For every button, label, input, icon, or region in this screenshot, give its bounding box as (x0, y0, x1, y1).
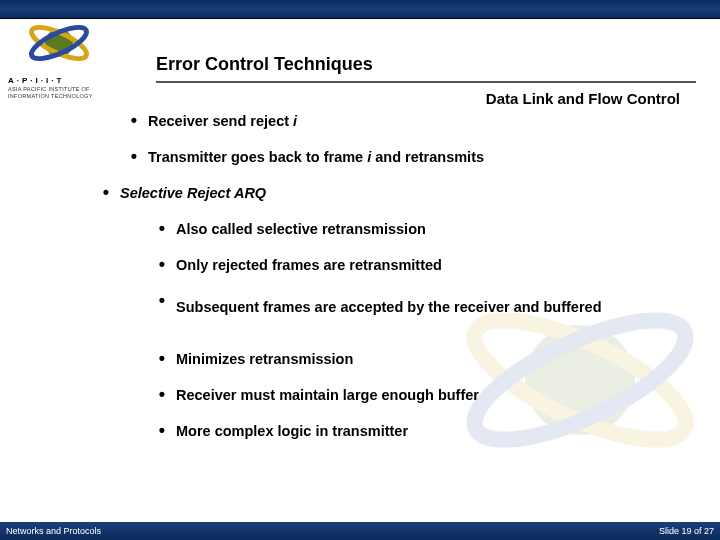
top-bar (0, 0, 720, 19)
bullet-icon: • (120, 146, 148, 166)
bullet-item: • Minimizes retransmission (148, 348, 700, 370)
footer-right: Slide 19 of 27 (659, 522, 714, 540)
footer-left: Networks and Protocols (6, 522, 101, 540)
bullet-icon: • (148, 348, 176, 368)
orbit-icon (24, 8, 94, 78)
logo-tagline-2: INFORMATION TECHNOLOGY (8, 93, 128, 100)
bullet-item: • Only rejected frames are retransmitted (148, 254, 700, 276)
bullet-item: • More complex logic in transmitter (148, 420, 700, 442)
bullet-icon: • (148, 420, 176, 440)
bullet-item: • Selective Reject ARQ (92, 182, 700, 204)
bullet-icon: • (120, 110, 148, 130)
logo-tagline-1: ASIA PACIFIC INSTITUTE OF (8, 86, 128, 93)
bullet-text: Only rejected frames are retransmitted (176, 254, 700, 276)
bullet-text: Receiver must maintain large enough buff… (176, 384, 700, 406)
bullet-text: More complex logic in transmitter (176, 420, 700, 442)
bullet-icon: • (92, 182, 120, 202)
institute-logo: A·P·I·I·T ASIA PACIFIC INSTITUTE OF INFO… (6, 6, 102, 114)
bullet-icon: • (148, 384, 176, 404)
bullet-item: • Transmitter goes back to frame i and r… (120, 146, 700, 168)
bullet-icon: • (148, 254, 176, 274)
bullet-text: Receiver send reject i (148, 110, 700, 132)
bullet-item: • Also called selective retransmission (148, 218, 700, 240)
bullet-text: Selective Reject ARQ (120, 182, 700, 204)
bullet-text: Transmitter goes back to frame i and ret… (148, 146, 700, 168)
bullet-icon: • (148, 218, 176, 238)
bullet-text: Subsequent frames are accepted by the re… (176, 290, 700, 324)
bullet-item: • Receiver send reject i (120, 110, 700, 132)
title-rule (156, 81, 696, 83)
bullet-text: Minimizes retransmission (176, 348, 700, 370)
bullet-item: • Receiver must maintain large enough bu… (148, 384, 700, 406)
bullet-icon: • (148, 290, 176, 310)
slide-body: • Receiver send reject i • Transmitter g… (120, 110, 700, 456)
footer-bar: Networks and Protocols Slide 19 of 27 (0, 522, 720, 540)
slide-title: Error Control Techniques (156, 53, 696, 79)
title-bar: Error Control Techniques (156, 53, 696, 83)
bullet-text: Also called selective retransmission (176, 218, 700, 240)
logo-acronym: A·P·I·I·T (8, 76, 128, 86)
slide-subtitle: Data Link and Flow Control (486, 90, 680, 108)
bullet-item: • Subsequent frames are accepted by the … (148, 290, 700, 324)
